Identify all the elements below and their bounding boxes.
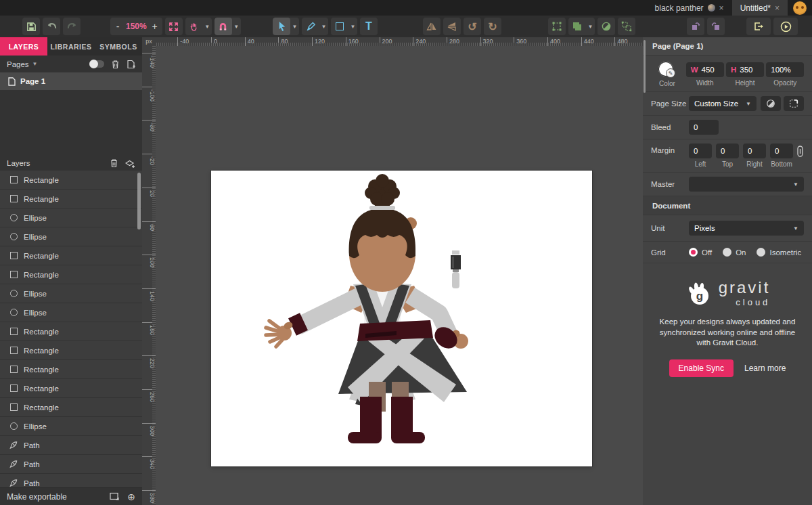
pen-tool-caret[interactable]: ▼ bbox=[319, 18, 328, 35]
page-list-item-page1[interactable]: Page 1 bbox=[0, 72, 142, 90]
grid-option-on[interactable]: On bbox=[723, 248, 746, 257]
rectangle-layer-icon bbox=[9, 347, 18, 355]
doc-tab-black-panther[interactable]: black panther × bbox=[647, 0, 732, 16]
margin-bottom-field[interactable]: 0 bbox=[770, 144, 793, 158]
layers-scrollbar[interactable] bbox=[137, 173, 141, 229]
zoom-out-button[interactable]: - bbox=[112, 21, 124, 32]
group-button[interactable] bbox=[548, 18, 566, 35]
pointer-tool-button[interactable] bbox=[273, 18, 290, 35]
trash-icon[interactable] bbox=[110, 158, 118, 168]
magnet-icon bbox=[218, 22, 228, 32]
layer-row-rectangle[interactable]: Rectangle bbox=[0, 190, 142, 208]
zoom-fit-button[interactable] bbox=[165, 18, 183, 35]
layer-row-rectangle[interactable]: Rectangle bbox=[0, 322, 142, 341]
canvas-region[interactable]: -80-400408012016020024028032036040044048… bbox=[142, 37, 643, 505]
pointer-icon bbox=[277, 21, 287, 32]
rotate-cw-button[interactable]: ↻ bbox=[484, 18, 501, 35]
grid-option-off[interactable]: Off bbox=[689, 248, 712, 257]
layer-row-rectangle[interactable]: Rectangle bbox=[0, 360, 142, 379]
layers-label: Layers bbox=[7, 159, 30, 167]
layer-row-rectangle[interactable]: Rectangle bbox=[0, 398, 142, 417]
layer-row-rectangle[interactable]: Rectangle bbox=[0, 246, 142, 265]
pages-dropdown-caret[interactable]: ▼ bbox=[32, 61, 38, 67]
right-panel-scrollbar[interactable] bbox=[644, 40, 646, 93]
zoom-in-button[interactable]: + bbox=[149, 21, 161, 32]
user-avatar[interactable] bbox=[793, 1, 807, 15]
ungroup-button[interactable] bbox=[618, 18, 635, 35]
bleed-field[interactable]: 0 bbox=[689, 120, 719, 135]
layer-row-rectangle[interactable]: Rectangle bbox=[0, 171, 142, 190]
bring-forward-icon bbox=[690, 21, 701, 32]
h-ruler-tick-label: 200 bbox=[380, 37, 392, 46]
layer-row-path[interactable]: Path bbox=[0, 436, 142, 455]
snapping-button[interactable] bbox=[215, 18, 232, 35]
tab-layers[interactable]: LAYERS bbox=[0, 37, 47, 56]
layer-row-path[interactable]: Path bbox=[0, 455, 142, 474]
unit-dropdown[interactable]: Pixels ▼ bbox=[689, 221, 804, 236]
grid-option-isometric[interactable]: Isometric bbox=[757, 248, 801, 257]
shape-tool-caret[interactable]: ▼ bbox=[348, 18, 357, 35]
flip-horizontal-button[interactable] bbox=[423, 18, 441, 35]
undo-button[interactable] bbox=[43, 18, 60, 35]
margin-right-field[interactable]: 0 bbox=[743, 144, 766, 158]
page-opacity-field[interactable]: 100% bbox=[766, 62, 804, 77]
enable-sync-button[interactable]: Enable Sync bbox=[669, 359, 734, 377]
send-backward-button[interactable] bbox=[707, 18, 725, 35]
add-page-icon[interactable] bbox=[127, 60, 135, 69]
flip-vertical-button[interactable] bbox=[443, 18, 461, 35]
rotate-ccw-button[interactable]: ↺ bbox=[464, 18, 481, 35]
layer-row-rectangle[interactable]: Rectangle bbox=[0, 379, 142, 398]
layer-row-ellipse[interactable]: Ellipse bbox=[0, 227, 142, 246]
layer-row-rectangle[interactable]: Rectangle bbox=[0, 341, 142, 360]
page-canvas[interactable] bbox=[211, 171, 592, 466]
tab-symbols[interactable]: SYMBOLS bbox=[95, 37, 142, 56]
boolean-caret[interactable]: ▼ bbox=[586, 18, 595, 35]
save-button[interactable] bbox=[22, 18, 40, 35]
export-slice-icon[interactable] bbox=[110, 492, 120, 501]
union-button[interactable] bbox=[568, 18, 586, 35]
fit-canvas-button[interactable] bbox=[784, 96, 804, 111]
hand-tool-caret[interactable]: ▼ bbox=[203, 18, 212, 35]
layer-row-ellipse[interactable]: Ellipse bbox=[0, 417, 142, 436]
trash-icon[interactable] bbox=[111, 60, 120, 69]
layer-row-ellipse[interactable]: Ellipse bbox=[0, 208, 142, 227]
text-tool-button[interactable]: T bbox=[360, 18, 378, 35]
preview-button[interactable] bbox=[773, 18, 798, 35]
page-height-field[interactable]: H 350 bbox=[726, 62, 764, 77]
zoom-level-value[interactable]: 150% bbox=[124, 22, 149, 31]
learn-more-link[interactable]: Learn more bbox=[744, 364, 786, 373]
hand-tool-button[interactable] bbox=[185, 18, 203, 35]
close-tab-icon[interactable]: × bbox=[719, 3, 724, 13]
rectangle-layer-icon bbox=[9, 403, 18, 412]
margin-link-button[interactable] bbox=[796, 146, 804, 157]
snapping-caret[interactable]: ▼ bbox=[232, 18, 241, 35]
page-size-dropdown[interactable]: Custom Size ▼ bbox=[689, 96, 757, 111]
add-layer-icon[interactable] bbox=[125, 158, 135, 168]
pen-tool-button[interactable] bbox=[302, 18, 319, 35]
doc-tab-untitled[interactable]: Untitled* × bbox=[732, 0, 788, 16]
close-tab-icon[interactable]: × bbox=[775, 3, 780, 13]
ellipse-layer-icon bbox=[9, 422, 18, 431]
add-export-icon[interactable]: ⊕ bbox=[127, 492, 135, 502]
pointer-tool-caret[interactable]: ▼ bbox=[290, 18, 299, 35]
master-dropdown[interactable]: ▼ bbox=[689, 177, 804, 192]
export-button[interactable] bbox=[746, 18, 771, 35]
page-color-swatch[interactable]: ✎ bbox=[658, 62, 676, 78]
layer-row-ellipse[interactable]: Ellipse bbox=[0, 284, 142, 303]
margin-left-field[interactable]: 0 bbox=[689, 144, 712, 158]
unit-row: Unit Pixels ▼ bbox=[643, 215, 812, 242]
rectangle-layer-icon bbox=[9, 385, 18, 393]
mask-button[interactable] bbox=[597, 18, 615, 35]
rectangle-tool-button[interactable] bbox=[331, 18, 348, 35]
margin-top-field[interactable]: 0 bbox=[716, 144, 739, 158]
redo-icon bbox=[66, 22, 78, 31]
redo-button[interactable] bbox=[63, 18, 81, 35]
layer-row-path[interactable]: Path bbox=[0, 474, 142, 487]
layer-row-rectangle[interactable]: Rectangle bbox=[0, 265, 142, 284]
orientation-button[interactable] bbox=[761, 96, 781, 111]
layer-row-ellipse[interactable]: Ellipse bbox=[0, 303, 142, 322]
tab-libraries[interactable]: LIBRARIES bbox=[47, 37, 95, 56]
page-width-field[interactable]: W 450 bbox=[686, 62, 724, 77]
pages-toggle[interactable] bbox=[89, 60, 104, 68]
bring-forward-button[interactable] bbox=[687, 18, 704, 35]
